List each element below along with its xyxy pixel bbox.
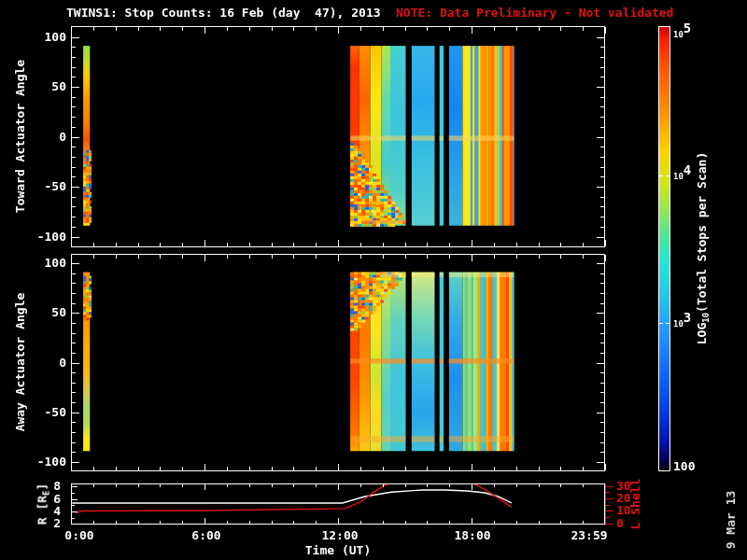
away-ytick-label: 50 bbox=[0, 306, 66, 318]
x-tick-label: 18:00 bbox=[454, 529, 490, 541]
toward-ytick-label: 100 bbox=[0, 31, 66, 43]
toward-ytick-label: 50 bbox=[0, 80, 66, 92]
spectrogram-canvas bbox=[0, 0, 747, 560]
toward-ytick-label: -50 bbox=[0, 180, 66, 192]
away-ytick-label: -50 bbox=[0, 406, 66, 418]
r-tick-label: 4 bbox=[0, 505, 61, 517]
r-tick-label: 2 bbox=[0, 517, 61, 529]
colorbar-tick-label: 105 bbox=[673, 27, 691, 41]
colorbar-tick-label: 103 bbox=[673, 316, 691, 330]
x-tick-label: 0:00 bbox=[64, 529, 93, 541]
colorbar-title: LOG10(Total Stops per Scan) bbox=[696, 152, 710, 345]
plot-root: TWINS1: Stop Counts: 16 Feb (day 47), 20… bbox=[0, 0, 747, 560]
page-title: TWINS1: Stop Counts: 16 Feb (day 47), 20… bbox=[66, 7, 381, 19]
x-tick-label: 6:00 bbox=[191, 529, 220, 541]
colorbar-tick-label: 104 bbox=[673, 169, 691, 183]
preliminary-note: NOTE: Data Preliminary - Not validated bbox=[396, 7, 673, 19]
away-ytick-label: 0 bbox=[0, 357, 66, 369]
lshell-tick-label: 0 bbox=[616, 517, 624, 529]
r-tick-label: 6 bbox=[0, 493, 61, 505]
away-ytick-label: 100 bbox=[0, 257, 66, 269]
lshell-tick-label: 10 bbox=[616, 504, 631, 516]
away-ytick-label: -100 bbox=[0, 455, 66, 468]
x-tick-label: 23:59 bbox=[571, 529, 607, 541]
date-stamp: 9 Mar 13 bbox=[725, 491, 737, 550]
toward-ytick-label: -100 bbox=[0, 231, 66, 243]
colorbar-tick-label: 100 bbox=[673, 460, 695, 472]
x-axis-title: Time (UT) bbox=[305, 544, 371, 556]
toward-ytick-label: 0 bbox=[0, 131, 66, 143]
r-tick-label: 8 bbox=[0, 480, 61, 492]
x-tick-label: 12:00 bbox=[321, 529, 358, 541]
